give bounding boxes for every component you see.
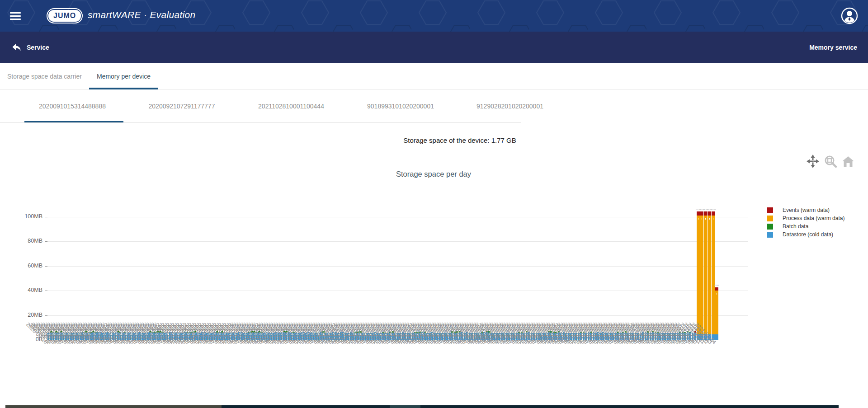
bar[interactable]: 5.9MB xyxy=(327,200,329,340)
bar[interactable]: 7.0MB xyxy=(85,200,86,340)
bar[interactable]: 6.7MB xyxy=(57,200,59,340)
bar[interactable]: 6.9MB xyxy=(159,200,161,340)
bar[interactable]: 7.1MB xyxy=(459,200,461,340)
bar[interactable]: 5.8MB xyxy=(585,200,587,340)
bar[interactable]: 5.7MB xyxy=(498,200,500,340)
bar[interactable]: 5.9MB xyxy=(65,200,66,340)
bar[interactable]: 6.2MB xyxy=(402,200,404,340)
bar[interactable]: 5.8MB xyxy=(166,200,168,340)
bar[interactable]: 5.9MB xyxy=(439,200,441,340)
bar[interactable]: 6.1MB xyxy=(593,200,594,340)
bar[interactable]: 6.9MB xyxy=(558,200,560,340)
bar[interactable]: 7.0MB xyxy=(221,200,223,340)
bar[interactable]: 6.1MB xyxy=(602,200,604,340)
bar[interactable]: 7.1MB xyxy=(647,200,649,340)
device-tab-9018993101020200001[interactable]: 9018993101020200001 xyxy=(348,89,453,123)
bar[interactable]: 6.3MB xyxy=(414,200,416,340)
bar[interactable]: 6.0MB xyxy=(659,200,661,340)
bar[interactable]: 6.9MB xyxy=(687,200,689,340)
bar[interactable]: 5.6MB xyxy=(464,200,466,340)
bar[interactable]: 5.9MB xyxy=(268,200,270,340)
bar[interactable]: 6.6MB xyxy=(288,200,290,340)
bar[interactable]: 5.9MB xyxy=(196,200,198,340)
device-tab-2021102810001100444[interactable]: 2021102810001100444 xyxy=(239,89,344,123)
bar[interactable]: 5.5MB xyxy=(228,200,230,340)
bar[interactable]: 5.7MB xyxy=(345,200,347,340)
bar[interactable]: 6.2MB xyxy=(203,200,205,340)
bar[interactable]: 6.8MB xyxy=(424,200,426,340)
bar[interactable]: 6.3MB xyxy=(622,200,624,340)
bar[interactable]: 5.7MB xyxy=(122,200,123,340)
bar[interactable]: 6.2MB xyxy=(139,200,141,340)
bar[interactable]: 6.3MB xyxy=(218,200,220,340)
bar[interactable]: 5.7MB xyxy=(142,200,143,340)
bar[interactable]: 6.9MB xyxy=(392,200,394,340)
bar[interactable]: 6.2MB xyxy=(275,200,277,340)
bar[interactable]: 6.0MB xyxy=(146,200,148,340)
bar[interactable]: 6.9MB xyxy=(488,200,490,340)
bar[interactable]: 5.8MB xyxy=(290,200,292,340)
bar[interactable]: 7.1MB xyxy=(55,200,57,340)
bar[interactable]: 6.1MB xyxy=(340,200,342,340)
bar[interactable]: 5.7MB xyxy=(575,200,577,340)
breadcrumb-service-label[interactable]: Service xyxy=(27,44,49,51)
bar[interactable]: 5.5MB xyxy=(102,200,104,340)
bar[interactable]: 6.2MB xyxy=(186,200,188,340)
bar[interactable]: 6.3MB xyxy=(684,200,686,340)
bar[interactable]: 6.9MB xyxy=(50,200,52,340)
bar[interactable]: 5.8MB xyxy=(127,200,128,340)
bar[interactable]: 5.7MB xyxy=(144,200,146,340)
bar[interactable]: 6.1MB xyxy=(483,200,485,340)
bar[interactable]: 5.9MB xyxy=(67,200,69,340)
bar[interactable]: 5.7MB xyxy=(379,200,381,340)
bar[interactable]: 5.9MB xyxy=(409,200,411,340)
bar[interactable]: 6.1MB xyxy=(342,200,344,340)
bar[interactable]: 6.2MB xyxy=(642,200,644,340)
bar[interactable]: 5.8MB xyxy=(446,200,448,340)
bar[interactable]: 5.9MB xyxy=(352,200,354,340)
bar[interactable]: 6.8MB xyxy=(655,200,656,340)
bar[interactable]: 6.1MB xyxy=(97,200,99,340)
bar[interactable]: 6.1MB xyxy=(238,200,240,340)
bar[interactable]: 5.7MB xyxy=(434,200,436,340)
bar[interactable]: 5.5MB xyxy=(404,200,406,340)
bar[interactable]: 5.9MB xyxy=(640,200,642,340)
bar[interactable]: 6.2MB xyxy=(201,200,203,340)
bar[interactable]: 5.7MB xyxy=(176,200,178,340)
bar[interactable]: 5.9MB xyxy=(610,200,612,340)
bar[interactable]: 7.1MB xyxy=(486,200,488,340)
bar[interactable]: 5.7MB xyxy=(243,200,245,340)
bar[interactable]: 6.5MB xyxy=(454,200,456,340)
bar[interactable]: 5.9MB xyxy=(387,200,389,340)
bar[interactable]: 5.6MB xyxy=(471,200,473,340)
bar[interactable]: 5.6MB xyxy=(474,200,476,340)
bar[interactable]: 6.4MB xyxy=(689,200,691,340)
bar[interactable]: 5.6MB xyxy=(211,200,213,340)
bar[interactable]: 5.5MB xyxy=(573,200,575,340)
bar[interactable]: 6.5MB xyxy=(553,200,555,340)
bar[interactable]: 5.6MB xyxy=(664,200,666,340)
bar[interactable]: 6.0MB xyxy=(595,200,597,340)
bar[interactable]: 6.9MB xyxy=(625,200,627,340)
bar[interactable]: 5.7MB xyxy=(496,200,498,340)
bar[interactable]: 6.2MB xyxy=(466,200,468,340)
bar[interactable]: 5.6MB xyxy=(270,200,272,340)
bar[interactable]: 5.9MB xyxy=(538,200,540,340)
bar[interactable]: 104.5MB xyxy=(704,200,707,340)
bar[interactable]: 7.0MB xyxy=(283,200,285,340)
bar[interactable]: 5.6MB xyxy=(206,200,208,340)
bar[interactable]: 5.9MB xyxy=(330,200,332,340)
bar[interactable]: 5.5MB xyxy=(570,200,572,340)
bar[interactable]: 5.9MB xyxy=(444,200,446,340)
bar[interactable]: 5.9MB xyxy=(295,200,297,340)
bar[interactable]: 6.1MB xyxy=(82,200,84,340)
bar[interactable]: 6.4MB xyxy=(580,200,582,340)
bar[interactable]: 5.8MB xyxy=(372,200,374,340)
bar[interactable]: 6.0MB xyxy=(516,200,518,340)
bar[interactable]: 6.5MB xyxy=(90,200,91,340)
bar[interactable]: 7.1MB xyxy=(92,200,94,340)
bar[interactable]: 6.2MB xyxy=(588,200,590,340)
bar[interactable]: 5.5MB xyxy=(72,200,74,340)
bar[interactable]: 5.6MB xyxy=(692,200,693,340)
bar[interactable]: 5.6MB xyxy=(369,200,371,340)
